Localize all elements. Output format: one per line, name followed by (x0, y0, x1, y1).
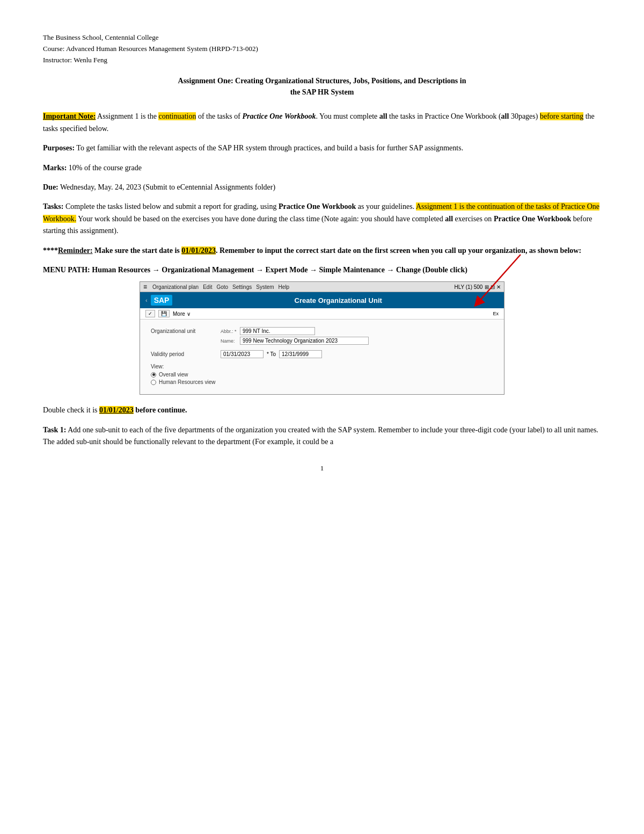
due-text: Wednesday, May. 24, 2023 (Submit to eCen… (58, 183, 275, 191)
task1-section: Task 1: Add one sub-unit to each of the … (43, 424, 601, 448)
org-unit-label: Organizational unit (151, 327, 215, 334)
assignment-title: Assignment One: Creating Organizational … (43, 75, 601, 98)
reminder-label: Reminder: (58, 246, 93, 255)
all2: all (501, 112, 509, 120)
from-date-input[interactable] (221, 350, 264, 358)
title-line2: the SAP HR System (43, 86, 601, 98)
validity-label: Validity period (151, 350, 215, 357)
double-check-section: Double check it is 01/01/2023 before con… (43, 404, 601, 416)
validity-inputs: * To (221, 350, 322, 358)
menu-goto[interactable]: Goto (216, 284, 228, 290)
abbr-row: Abbr.: * (221, 327, 369, 335)
double-check-text1: Double check it is (43, 406, 99, 414)
sap-screen-title: Create Organizational Unit (178, 296, 499, 304)
back-arrow-icon[interactable]: ‹ (145, 297, 148, 303)
header-info: The Business School, Centennial College … (43, 32, 601, 66)
sap-screenshot: ≡ Organizational plan Edit Goto Settings… (140, 281, 504, 395)
purposes-label: Purposes: (43, 144, 75, 152)
extra-right: Ex (493, 311, 499, 316)
tasks-text3: Your work should be based on the exercis… (76, 215, 445, 223)
tasks-intro-section: Tasks: Complete the tasks listed below a… (43, 201, 601, 237)
page-number: 1 (43, 464, 601, 473)
menu-org-plan[interactable]: Organizational plan (152, 284, 199, 290)
session-info: HLY (1) 500 (454, 284, 482, 290)
check-icon[interactable]: ✓ (145, 310, 155, 317)
important-note-text3: . You must complete (316, 112, 379, 120)
task1-text: Add one sub-unit to each of the five dep… (43, 426, 598, 446)
practice-one-bold2: Practice One Workbook (494, 215, 571, 223)
marks-text: 10% of the course grade (67, 164, 142, 172)
sap-logo: SAP (151, 295, 173, 306)
tasks-text1: Complete the tasks listed below and subm… (63, 202, 278, 211)
sap-toolbar: ✓ 💾 More ∨ Ex (140, 308, 504, 320)
reminder-text2: . Remember to input the correct (216, 246, 320, 255)
abbr-label: Abbr.: * (221, 329, 238, 334)
important-note-section: Important Note: Assignment 1 is the cont… (43, 111, 601, 135)
marks-section: Marks: 10% of the course grade (43, 162, 601, 174)
school-name: The Business School, Centennial College (43, 32, 601, 43)
menu-help[interactable]: Help (279, 284, 290, 290)
reminder-bold1: start date on the first screen (320, 246, 410, 255)
radio-overall[interactable] (151, 372, 156, 378)
all1: all (379, 112, 387, 120)
practice-one-bold: Practice One Workbook (279, 202, 356, 211)
save-icon[interactable]: 💾 (158, 310, 170, 317)
double-check-text2: before continue. (134, 406, 187, 414)
radio-overall-label: Overall view (159, 372, 188, 378)
screenshot-container: ≡ Organizational plan Edit Goto Settings… (140, 281, 504, 395)
radio-hr-row: Human Resources view (151, 379, 493, 385)
more-button[interactable]: More ∨ (173, 311, 191, 317)
radio-hr[interactable] (151, 380, 156, 385)
radio-hr-label: Human Resources view (159, 379, 216, 385)
task1-label: Task 1: (43, 426, 66, 434)
name-row: Name: (221, 337, 369, 345)
important-note-text1: Assignment 1 is the (96, 112, 158, 120)
reminder-stars: **** (43, 246, 58, 255)
tasks-text4: exercises on (453, 215, 494, 223)
validity-row: Validity period * To (151, 350, 493, 358)
important-note-text4: the tasks in Practice One Workbook ( (387, 112, 501, 120)
org-unit-row: Organizational unit Abbr.: * Name: (151, 327, 493, 345)
to-separator: * To (267, 351, 276, 357)
org-unit-inputs: Abbr.: * Name: (221, 327, 369, 345)
reminder-text3: when you call up your organization, as s… (410, 246, 581, 255)
menu-path: MENU PATH: Human Resources → Organizatio… (43, 264, 601, 276)
continuation-word: continuation (158, 112, 196, 120)
hamburger-icon: ≡ (143, 283, 147, 291)
tasks-text2: as your guidelines. (356, 202, 416, 211)
marks-label: Marks: (43, 164, 67, 172)
instructor-name: Instructor: Wenlu Feng (43, 55, 601, 66)
sap-header: ‹ SAP Create Organizational Unit (140, 292, 504, 308)
important-note-label: Important Note: (43, 112, 96, 120)
radio-overall-row: Overall view (151, 372, 493, 378)
due-section: Due: Wednesday, May. 24, 2023 (Submit to… (43, 182, 601, 193)
reminder-date: 01/01/2023 (181, 246, 216, 255)
to-date-input[interactable] (279, 350, 322, 358)
important-note-text2: of the tasks of (196, 112, 242, 120)
purposes-text: To get familiar with the relevant aspect… (75, 144, 463, 152)
sap-topbar-menu: Organizational plan Edit Goto Settings S… (152, 284, 289, 290)
before-starting: before starting (540, 112, 583, 120)
purposes-section: Purposes: To get familiar with the relev… (43, 142, 601, 154)
practice-one-workbook: Practice One Workbook (242, 112, 316, 120)
reminder-section: ****Reminder: Make sure the start date i… (43, 245, 601, 257)
name-input[interactable] (240, 337, 369, 345)
important-note-text5: 30pages) (509, 112, 540, 120)
sap-topbar: ≡ Organizational plan Edit Goto Settings… (140, 282, 504, 292)
due-label: Due: (43, 183, 58, 191)
sap-topbar-right: HLY (1) 500 ⊞ ⊟ ✕ (454, 284, 501, 290)
menu-settings[interactable]: Settings (232, 284, 252, 290)
menu-system[interactable]: System (256, 284, 274, 290)
tasks-all: all (445, 215, 453, 223)
reminder-text1: Make sure the start date is (93, 246, 182, 255)
menu-edit[interactable]: Edit (203, 284, 212, 290)
menu-path-text: MENU PATH: Human Resources → Organizatio… (43, 266, 467, 274)
view-label: View: (151, 364, 493, 369)
name-label: Name: (221, 338, 238, 344)
abbr-input[interactable] (240, 327, 315, 335)
double-check-date: 01/01/2023 (99, 406, 134, 414)
tasks-label: Tasks: (43, 202, 63, 211)
sap-form-body: Organizational unit Abbr.: * Name: Valid… (140, 320, 504, 394)
icons-area: ⊞ ⊟ ✕ (485, 284, 501, 290)
title-line1: Assignment One: Creating Organizational … (43, 75, 601, 86)
